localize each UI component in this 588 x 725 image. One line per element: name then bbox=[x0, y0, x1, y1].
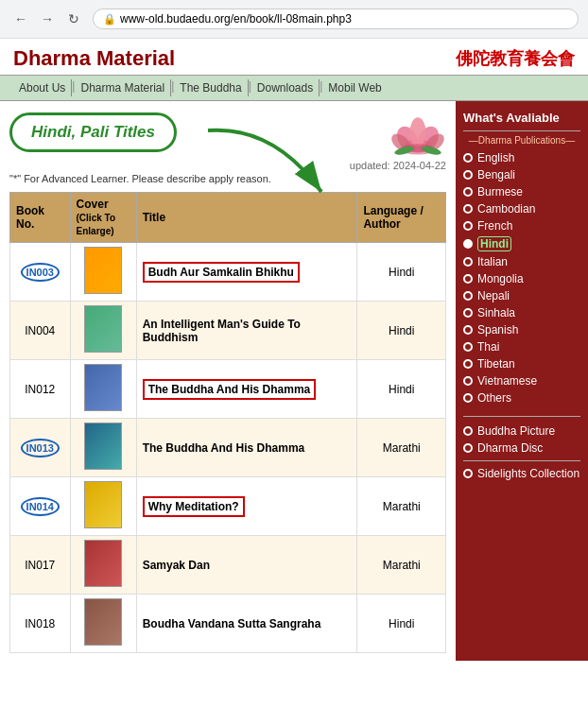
sidebar-item-english[interactable]: English bbox=[463, 149, 580, 166]
radio-vietnamese bbox=[463, 376, 473, 386]
table-row: IN018Boudha Vandana Sutta SangrahaHindi bbox=[10, 595, 446, 653]
title-cell[interactable]: Why Meditation? bbox=[136, 477, 357, 536]
sidebar-item-cambodian[interactable]: Cambodian bbox=[463, 200, 580, 217]
book-no-cell: IN012 bbox=[10, 360, 71, 419]
browser-nav[interactable]: ← → ↻ bbox=[9, 8, 85, 30]
book-no-cell: IN013 bbox=[10, 419, 71, 477]
radio-french bbox=[463, 221, 473, 231]
nav-dharma-material[interactable]: Dharma Material bbox=[75, 79, 171, 96]
forward-button[interactable]: → bbox=[36, 8, 59, 30]
cover-image[interactable] bbox=[84, 305, 122, 353]
book-no-circled: IN003 bbox=[21, 263, 60, 282]
sidebar-item-italian[interactable]: Italian bbox=[463, 253, 580, 270]
cover-image[interactable] bbox=[84, 540, 122, 587]
title-cell[interactable]: Budh Aur Samkalin Bhikhu bbox=[136, 243, 357, 302]
language-cell: Hindi bbox=[357, 243, 446, 302]
sidebar-lang-label-hindi: Hindi bbox=[477, 236, 511, 251]
title-cell[interactable]: Samyak Dan bbox=[136, 536, 357, 595]
refresh-button[interactable]: ↻ bbox=[62, 8, 85, 30]
url-text: www-old.budaedu.org/en/book/ll-08main.ph… bbox=[120, 12, 352, 26]
address-bar[interactable]: 🔒 www-old.budaedu.org/en/book/ll-08main.… bbox=[93, 9, 579, 29]
title-cell[interactable]: An Intelligent Man's Guide To Buddhism bbox=[136, 302, 357, 360]
sidebar-item-french[interactable]: French bbox=[463, 217, 580, 234]
radio-sinhala bbox=[463, 308, 473, 318]
table-row: IN013The Buddha And His DhammaMarathi bbox=[10, 419, 446, 477]
radio-spanish bbox=[463, 325, 473, 335]
title-cell[interactable]: The Buddha And His Dhamma bbox=[136, 419, 357, 477]
svg-point-3 bbox=[409, 117, 425, 147]
radio-others bbox=[463, 393, 473, 403]
nav-mobil-web[interactable]: Mobil Web bbox=[322, 79, 387, 96]
sidebar-dharma-disc-label: Dharma Disc bbox=[477, 441, 543, 455]
sidebar-sidelights[interactable]: Sidelights Collection bbox=[463, 460, 580, 482]
cover-cell[interactable] bbox=[70, 419, 136, 477]
sidebar-item-spanish[interactable]: Spanish bbox=[463, 321, 580, 338]
site-header: Dharma Material 佛陀教育養会會 bbox=[0, 39, 588, 75]
sidebar-item-nepali[interactable]: Nepali bbox=[463, 287, 580, 304]
book-title-highlighted[interactable]: Budh Aur Samkalin Bhikhu bbox=[143, 262, 300, 283]
book-no-cell: IN018 bbox=[10, 595, 71, 653]
sidebar-sidelights-item[interactable]: Sidelights Collection bbox=[463, 465, 580, 482]
cover-image[interactable] bbox=[84, 481, 122, 528]
sidebar-lang-label-others: Others bbox=[477, 391, 511, 405]
sidebar-buddha-picture[interactable]: Buddha Picture bbox=[463, 423, 580, 440]
radio-burmese bbox=[463, 187, 473, 197]
nav-about-us[interactable]: About Us bbox=[13, 79, 72, 96]
sidebar-lang-label-bengali: Bengali bbox=[477, 168, 515, 181]
sidebar-item-others[interactable]: Others bbox=[463, 389, 580, 406]
cover-image[interactable] bbox=[84, 247, 122, 294]
radio-bengali bbox=[463, 170, 473, 180]
sidebar-languages-list: EnglishBengaliBurmeseCambodianFrenchHind… bbox=[463, 149, 580, 406]
sidebar-item-burmese[interactable]: Burmese bbox=[463, 183, 580, 200]
cover-cell[interactable] bbox=[70, 360, 136, 419]
sidebar-item-sinhala[interactable]: Sinhala bbox=[463, 304, 580, 321]
book-title-highlighted[interactable]: The Buddha And His Dhamma bbox=[143, 379, 317, 400]
book-no-plain: IN012 bbox=[25, 383, 55, 396]
sidebar-item-vietnamese[interactable]: Vietnamese bbox=[463, 372, 580, 389]
cover-cell[interactable] bbox=[70, 595, 136, 653]
sidebar-buddha-picture-label: Buddha Picture bbox=[477, 424, 555, 438]
cover-image[interactable] bbox=[84, 598, 122, 646]
col-header-cover: Cover(Click ToEnlarge) bbox=[70, 193, 136, 243]
radio-sidelights bbox=[463, 469, 473, 478]
book-no-cell: IN017 bbox=[10, 536, 71, 595]
sidebar-item-mongolia[interactable]: Mongolia bbox=[463, 270, 580, 287]
language-cell: Marathi bbox=[357, 419, 446, 477]
book-no-circled: IN013 bbox=[21, 439, 60, 457]
cover-image[interactable] bbox=[84, 423, 122, 470]
book-no-plain: IN004 bbox=[25, 324, 55, 337]
sidebar-item-hindi[interactable]: Hindi bbox=[463, 234, 580, 253]
main-area: Hindi, Pali Titles updated: bbox=[0, 101, 588, 661]
col-header-lang: Language /Author bbox=[357, 193, 446, 243]
book-title[interactable]: An Intelligent Man's Guide To Buddhism bbox=[143, 318, 301, 344]
cover-cell[interactable] bbox=[70, 477, 136, 536]
language-cell: Hindi bbox=[357, 595, 446, 653]
book-title[interactable]: The Buddha And His Dhamma bbox=[143, 441, 305, 455]
title-cell[interactable]: The Buddha And His Dhamma bbox=[136, 360, 357, 419]
cover-cell[interactable] bbox=[70, 536, 136, 595]
cover-cell[interactable] bbox=[70, 302, 136, 360]
sidebar: What's Avaliable —Dharma Publications— E… bbox=[456, 101, 588, 661]
sidebar-sidelights-label: Sidelights Collection bbox=[477, 467, 579, 480]
book-title-highlighted[interactable]: Why Meditation? bbox=[143, 496, 245, 517]
table-row: IN017Samyak DanMarathi bbox=[10, 536, 446, 595]
book-no-cell: IN014 bbox=[10, 477, 71, 536]
sidebar-item-thai[interactable]: Thai bbox=[463, 338, 580, 355]
book-no-circled: IN014 bbox=[21, 497, 60, 516]
sidebar-whats-available: What's Avaliable bbox=[463, 111, 580, 125]
radio-italian bbox=[463, 257, 473, 267]
sidebar-item-bengali[interactable]: Bengali bbox=[463, 166, 580, 183]
green-arrow-icon bbox=[199, 121, 350, 206]
sidebar-dharma-disc[interactable]: Dharma Disc bbox=[463, 440, 580, 457]
sidebar-lang-label-tibetan: Tibetan bbox=[477, 357, 515, 371]
title-cell[interactable]: Boudha Vandana Sutta Sangraha bbox=[136, 595, 357, 653]
sidebar-item-tibetan[interactable]: Tibetan bbox=[463, 355, 580, 372]
book-title[interactable]: Boudha Vandana Sutta Sangraha bbox=[143, 617, 321, 630]
nav-the-buddha[interactable]: The Buddha bbox=[174, 79, 248, 96]
site-logo: 佛陀教育養会會 bbox=[456, 47, 575, 70]
back-button[interactable]: ← bbox=[9, 8, 32, 30]
cover-image[interactable] bbox=[84, 364, 122, 411]
cover-cell[interactable] bbox=[70, 243, 136, 302]
nav-downloads[interactable]: Downloads bbox=[251, 79, 320, 96]
book-title[interactable]: Samyak Dan bbox=[143, 559, 210, 572]
